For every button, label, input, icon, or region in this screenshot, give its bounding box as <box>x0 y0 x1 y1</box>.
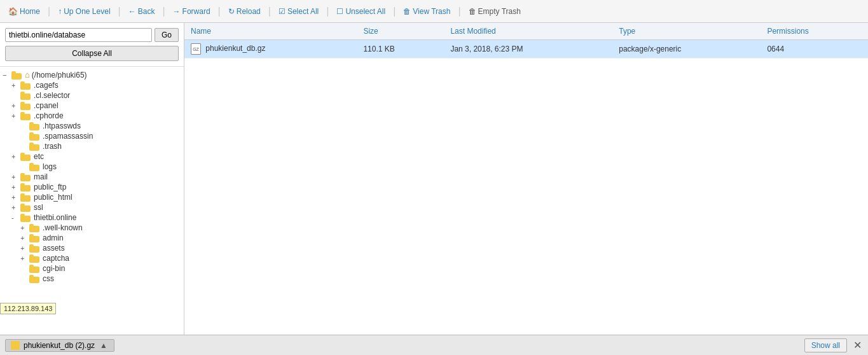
tree-item-mail[interactable]: + mail <box>0 172 184 182</box>
forward-button[interactable]: → Forward <box>169 5 215 18</box>
tree-root[interactable]: − ⌂ (/home/phuki65) <box>0 69 184 80</box>
toggle-css[interactable] <box>20 275 29 282</box>
empty-trash-button[interactable]: 🗑 Empty Trash <box>464 5 525 18</box>
tree-item-assets[interactable]: + assets <box>0 243 184 253</box>
folder-icon-spamassassin <box>29 132 41 141</box>
sep5: | <box>268 6 272 17</box>
toggle-public_html[interactable]: + <box>11 193 20 201</box>
label-css: css <box>43 274 54 283</box>
show-all-button[interactable]: Show all <box>804 338 847 352</box>
folder-icon-ssl <box>20 203 32 212</box>
file-panel: Name Size Last Modified Type Permissions… <box>184 23 868 335</box>
toggle-mail[interactable]: + <box>11 173 20 181</box>
tree-item-cphorde[interactable]: + .cphorde <box>0 111 184 121</box>
folder-icon-trash <box>29 142 41 151</box>
close-download-button[interactable]: ✕ <box>852 339 863 351</box>
tree-item-trash[interactable]: .trash <box>0 141 184 151</box>
folder-icon-cl_selector <box>20 91 32 100</box>
tree-item-cgi_bin[interactable]: cgi-bin <box>0 263 184 274</box>
trash-empty-icon: 🗑 <box>469 7 476 16</box>
folder-icon-cphorde <box>20 111 32 120</box>
tree-item-etc[interactable]: + etc <box>0 151 184 162</box>
main-layout: Go Collapse All − ⌂ (/home/phuki65) + .c… <box>0 23 868 335</box>
tree-item-admin[interactable]: + admin <box>0 233 184 243</box>
home-button[interactable]: 🏠 Home <box>4 5 45 18</box>
toggle-assets[interactable]: + <box>20 244 29 252</box>
tree-item-css[interactable]: css <box>0 274 184 284</box>
label-cl_selector: .cl.selector <box>34 91 70 100</box>
go-button[interactable]: Go <box>155 28 179 42</box>
collapse-all-button[interactable]: Collapse All <box>5 46 179 61</box>
tree-item-htpasswds[interactable]: .htpasswds <box>0 121 184 131</box>
sep7: | <box>392 6 396 17</box>
toggle-captcha[interactable]: + <box>20 254 29 262</box>
tree-item-thietbi_online[interactable]: - thietbi.online <box>0 212 184 223</box>
toggle-htpasswds[interactable] <box>20 122 29 130</box>
up-one-level-button[interactable]: ↑ Up One Level <box>53 5 114 18</box>
folder-icon-thietbi_online <box>20 213 32 222</box>
label-cphorde: .cphorde <box>34 111 64 120</box>
sidebar-header: Go Collapse All <box>0 23 184 67</box>
tree-item-ssl[interactable]: + ssl <box>0 202 184 212</box>
label-ssl: ssl <box>34 203 43 212</box>
root-toggle[interactable]: − <box>3 71 11 79</box>
reload-button[interactable]: ↻ Reload <box>224 5 265 18</box>
select-all-icon: ☑ <box>279 7 286 16</box>
toggle-well_known[interactable]: + <box>20 224 29 232</box>
tree-item-cagefs[interactable]: + .cagefs <box>0 80 184 90</box>
col-type[interactable]: Type <box>612 23 761 40</box>
file-table: Name Size Last Modified Type Permissions… <box>184 23 868 59</box>
toggle-ssl[interactable]: + <box>11 204 20 211</box>
col-last-modified[interactable]: Last Modified <box>444 23 612 40</box>
label-cgi_bin: cgi-bin <box>43 264 65 273</box>
col-permissions[interactable]: Permissions <box>761 23 868 40</box>
toggle-cpanel[interactable]: + <box>11 102 20 109</box>
unselect-all-button[interactable]: ☐ Unselect All <box>332 5 390 18</box>
col-name[interactable]: Name <box>184 23 357 40</box>
toggle-etc[interactable]: + <box>11 153 20 160</box>
back-button[interactable]: ← Back <box>124 5 160 18</box>
file-permissions-cell: 0644 <box>761 40 868 59</box>
label-cagefs: .cagefs <box>34 81 59 90</box>
sep4: | <box>217 6 221 17</box>
toggle-public_ftp[interactable]: + <box>11 183 20 191</box>
folder-icon-assets <box>29 244 41 253</box>
folder-icon-cpanel <box>20 101 32 110</box>
ip-tooltip: 112.213.89.143 <box>0 303 56 314</box>
label-htpasswds: .htpasswds <box>43 122 81 130</box>
sep8: | <box>457 6 461 17</box>
toggle-admin[interactable]: + <box>20 234 29 242</box>
toggle-trash[interactable] <box>20 143 29 150</box>
toggle-cphorde[interactable]: + <box>11 112 20 120</box>
tree-item-logs[interactable]: logs <box>0 162 184 172</box>
tree-item-public_html[interactable]: + public_html <box>0 192 184 202</box>
address-input[interactable] <box>5 28 152 42</box>
tree-item-well_known[interactable]: + .well-known <box>0 223 184 233</box>
sep3: | <box>162 6 165 17</box>
tree-item-public_ftp[interactable]: + public_ftp <box>0 182 184 192</box>
toggle-logs[interactable] <box>20 163 29 171</box>
view-trash-button[interactable]: 🗑 View Trash <box>399 5 455 18</box>
sep2: | <box>118 6 121 17</box>
toggle-spamassassin[interactable] <box>20 132 29 140</box>
folder-icon-cgi_bin <box>29 264 41 273</box>
toggle-cl_selector[interactable] <box>11 92 20 99</box>
toggle-thietbi_online[interactable]: - <box>11 214 20 221</box>
expand-download-button[interactable]: ▲ <box>99 341 109 350</box>
tree-item-cl_selector[interactable]: .cl.selector <box>0 90 184 101</box>
file-tree: − ⌂ (/home/phuki65) + .cagefs .cl.select… <box>0 67 184 335</box>
home-icon: 🏠 <box>8 7 18 16</box>
sep1: | <box>47 6 51 17</box>
tree-item-cpanel[interactable]: + .cpanel <box>0 101 184 111</box>
toggle-cagefs[interactable]: + <box>11 81 20 89</box>
table-row[interactable]: GZ phukienkut_db.gz 110.1 KB Jan 3, 2018… <box>184 40 868 59</box>
toggle-cgi_bin[interactable] <box>20 265 29 272</box>
folder-icon-mail <box>20 172 32 181</box>
select-all-button[interactable]: ☑ Select All <box>274 5 323 18</box>
tree-item-spamassassin[interactable]: .spamassassin <box>0 131 184 141</box>
tree-item-captcha[interactable]: + captcha <box>0 253 184 263</box>
main-wrapper: Go Collapse All − ⌂ (/home/phuki65) + .c… <box>0 23 868 335</box>
label-captcha: captcha <box>43 254 69 263</box>
col-size[interactable]: Size <box>357 23 444 40</box>
unselect-all-icon: ☐ <box>336 7 343 16</box>
